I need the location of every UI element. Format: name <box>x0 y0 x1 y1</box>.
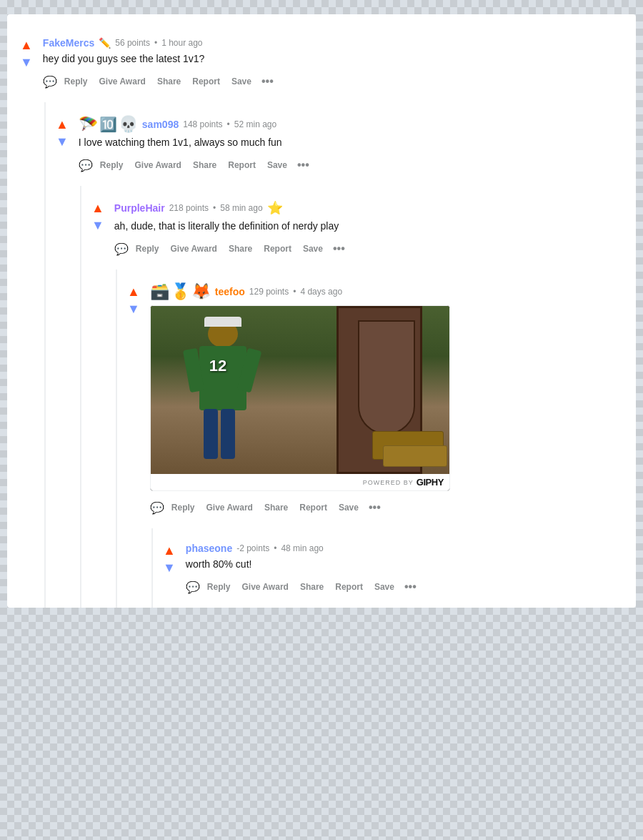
vote-controls: ▲ ▼ <box>19 37 34 70</box>
save-button[interactable]: Save <box>263 157 291 173</box>
report-button[interactable]: Report <box>188 74 224 89</box>
comment-actions: 💬 Reply Give Award Share Report Save ••• <box>43 71 624 95</box>
upvote-button[interactable]: ▲ <box>161 543 177 558</box>
badge-first: 🥇 <box>171 284 190 300</box>
vote-controls: ▲ ▼ <box>90 200 106 233</box>
edit-icon: ✏️ <box>99 37 111 49</box>
share-button[interactable]: Share <box>260 500 292 515</box>
comment-item: ▲ ▼ phaseone -2 points • 48 min ago <box>161 528 624 608</box>
share-button[interactable]: Share <box>153 74 185 89</box>
vote-controls: ▲ ▼ <box>126 284 141 317</box>
report-button[interactable]: Report <box>259 241 296 257</box>
give-award-button[interactable]: Give Award <box>202 500 257 515</box>
vote-controls: ▲ ▼ <box>54 117 70 149</box>
timestamp: 4 days ago <box>300 287 342 297</box>
report-button[interactable]: Report <box>295 500 332 515</box>
timestamp: 48 min ago <box>281 543 323 553</box>
comment-content: FakeMercs ✏️ 56 points • 1 hour ago hey … <box>37 37 624 95</box>
points: 56 points <box>115 38 150 48</box>
give-award-button[interactable]: Give Award <box>166 241 221 257</box>
comment-text: I love watching them 1v1, always so much… <box>79 135 624 150</box>
upvote-button[interactable]: ▲ <box>54 117 70 132</box>
points: 218 points <box>169 203 209 213</box>
badge-fox: 🦊 <box>191 284 211 300</box>
gif-person: 12 <box>194 320 251 463</box>
comment-text: worth 80% cut! <box>186 557 624 572</box>
save-button[interactable]: Save <box>227 74 256 89</box>
upvote-button[interactable]: ▲ <box>19 37 34 53</box>
downvote-button[interactable]: ▼ <box>90 217 106 233</box>
save-button[interactable]: Save <box>299 241 327 257</box>
report-button[interactable]: Report <box>224 157 260 173</box>
report-button[interactable]: Report <box>331 579 367 595</box>
share-button[interactable]: Share <box>189 157 221 173</box>
reply-icon: 💬 <box>114 242 129 256</box>
comment-actions: 💬 Reply Give Award Share Report Save ••• <box>150 497 624 521</box>
share-button[interactable]: Share <box>296 579 328 595</box>
downvote-button[interactable]: ▼ <box>54 134 70 149</box>
giphy-logo: GIPHY <box>417 477 444 488</box>
powered-by-text: POWERED BY <box>363 479 414 486</box>
downvote-button[interactable]: ▼ <box>161 560 177 575</box>
more-options-button[interactable]: ••• <box>366 501 384 514</box>
give-award-button[interactable]: Give Award <box>131 157 186 173</box>
comment-content: 🗃️ 🥇 🦊 teefoo 129 points • 4 days ago <box>144 284 624 521</box>
more-options-button[interactable]: ••• <box>294 159 312 172</box>
reply-icon: 💬 <box>43 75 57 89</box>
reply-button[interactable]: Reply <box>203 579 235 595</box>
badge-chest: 🗃️ <box>150 284 169 300</box>
gif-embed: 12 <box>150 305 450 491</box>
comment-content: PurpleHair 218 points • 58 min ago ⭐ ah,… <box>109 200 624 262</box>
save-button[interactable]: Save <box>370 579 399 595</box>
badge-propeller: 🪂 <box>79 117 98 132</box>
award-star-icon: ⭐ <box>267 200 283 216</box>
reply-button[interactable]: Reply <box>60 74 92 89</box>
comment-content: phaseone -2 points • 48 min ago worth 80… <box>180 543 624 601</box>
nested-comment-level3: ▲ ▼ 🗃️ 🥇 🦊 teefoo 129 <box>116 270 624 608</box>
upvote-button[interactable]: ▲ <box>126 284 141 300</box>
comment-header: 🪂 🔟 💀 sam098 148 points • 52 min ago <box>79 117 624 132</box>
timestamp: 52 min ago <box>234 119 276 129</box>
upvote-button[interactable]: ▲ <box>90 200 106 216</box>
downvote-button[interactable]: ▼ <box>19 54 34 70</box>
share-button[interactable]: Share <box>224 241 256 257</box>
timestamp: 1 hour ago <box>161 38 202 48</box>
nested-comment-level1: ▲ ▼ 🪂 🔟 💀 sam098 148 points • 52 min ago <box>44 102 624 608</box>
giphy-bar: POWERED BY GIPHY <box>151 474 449 490</box>
username-link[interactable]: phaseone <box>186 543 232 554</box>
comment-item: ▲ ▼ 🪂 🔟 💀 sam098 148 points • 52 min ago <box>54 102 624 186</box>
comment-actions: 💬 Reply Give Award Share Report Save ••• <box>186 576 624 601</box>
reply-button[interactable]: Reply <box>96 157 128 173</box>
comment-header: 🗃️ 🥇 🦊 teefoo 129 points • 4 days ago <box>150 284 624 300</box>
username-link[interactable]: FakeMercs <box>43 37 94 49</box>
more-options-button[interactable]: ••• <box>402 580 419 593</box>
save-button[interactable]: Save <box>334 500 363 515</box>
comment-header: PurpleHair 218 points • 58 min ago ⭐ <box>114 200 624 216</box>
points: -2 points <box>236 543 269 553</box>
give-award-button[interactable]: Give Award <box>238 579 293 595</box>
more-options-button[interactable]: ••• <box>259 75 276 88</box>
badge-skull: 💀 <box>119 117 138 132</box>
username-link[interactable]: sam098 <box>142 119 179 130</box>
comment-item: ▲ ▼ PurpleHair 218 points • 58 min ago ⭐… <box>90 186 624 270</box>
comment-actions: 💬 Reply Give Award Share Report Save ••• <box>114 238 624 262</box>
comment-thread: ▲ ▼ FakeMercs ✏️ 56 points • 1 hour ago … <box>7 14 636 608</box>
comment-text: hey did you guys see the latest 1v1? <box>43 51 624 66</box>
timestamp: 58 min ago <box>220 203 262 213</box>
reply-icon: 💬 <box>186 580 200 594</box>
username-link[interactable]: PurpleHair <box>114 202 165 214</box>
username-link[interactable]: teefoo <box>215 286 245 297</box>
give-award-button[interactable]: Give Award <box>95 74 150 89</box>
comment-item: ▲ ▼ 🗃️ 🥇 🦊 teefoo 129 <box>126 270 624 528</box>
downvote-button[interactable]: ▼ <box>126 301 141 317</box>
vote-controls: ▲ ▼ <box>161 543 177 575</box>
comment-header: FakeMercs ✏️ 56 points • 1 hour ago <box>43 37 624 49</box>
reply-icon: 💬 <box>79 159 93 172</box>
reply-button[interactable]: Reply <box>167 500 199 515</box>
comment-content: 🪂 🔟 💀 sam098 148 points • 52 min ago I l… <box>73 117 624 179</box>
more-options-button[interactable]: ••• <box>330 242 348 255</box>
comment-actions: 💬 Reply Give Award Share Report Save ••• <box>79 154 624 179</box>
reply-button[interactable]: Reply <box>131 241 164 257</box>
points: 129 points <box>249 287 289 297</box>
user-badges: 🗃️ 🥇 🦊 <box>150 284 211 300</box>
